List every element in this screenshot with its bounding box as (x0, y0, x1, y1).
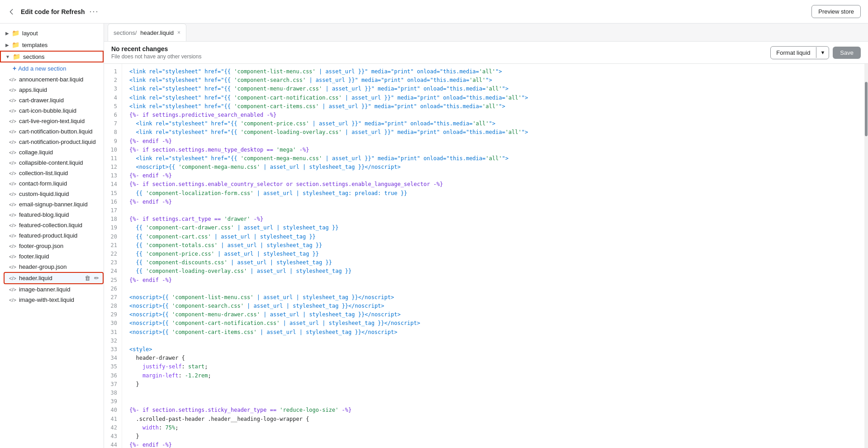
edit-icon[interactable]: ✏ (93, 274, 100, 282)
file-icon: </> (9, 287, 16, 292)
format-liquid-main[interactable]: Format liquid (771, 47, 816, 59)
code-line: {%- endif -%} (129, 198, 857, 206)
code-line: {%- if section.settings.enable_country_s… (129, 180, 857, 189)
scrollbar-track[interactable] (864, 64, 868, 448)
chevron-right-icon: ▶ (5, 43, 9, 48)
folder-icon: 📁 (13, 53, 20, 60)
sidebar-item-header-liquid[interactable]: </> header.liquid 🗑 ✏ (4, 272, 104, 284)
list-item[interactable]: </> announcement-bar.liquid (4, 74, 104, 85)
line-number: 39 (104, 397, 122, 406)
line-number: 20 (104, 233, 122, 241)
file-icon: </> (9, 223, 16, 228)
tab-bar: sections/header.liquid × (104, 24, 868, 42)
line-number: 30 (104, 319, 122, 328)
file-icon: </> (9, 297, 16, 303)
file-icon: </> (9, 264, 16, 270)
format-liquid-dropdown-arrow[interactable]: ▼ (816, 47, 829, 58)
list-item[interactable]: </> image-with-text.liquid (4, 295, 104, 305)
code-line: width: 75%; (129, 424, 857, 432)
list-item[interactable]: </> cart-icon-bubble.liquid (4, 105, 104, 116)
file-icon: </> (9, 98, 16, 103)
file-icon: </> (9, 191, 16, 197)
more-options-button[interactable]: ··· (90, 7, 99, 16)
list-item[interactable]: </> featured-product.liquid (4, 230, 104, 241)
line-numbers: 1234567891011121314151617181920212223242… (104, 64, 122, 448)
save-button[interactable]: Save (833, 47, 861, 59)
code-line: {{ 'component-loading-overlay.css' | ass… (129, 267, 857, 276)
line-number: 16 (104, 198, 122, 206)
file-icon: </> (9, 150, 16, 155)
sidebar-item-templates[interactable]: ▶ 📁 templates (0, 39, 104, 51)
list-item[interactable]: </> collage.liquid (4, 147, 104, 157)
code-line: <noscript>{{ 'component-mega-menu.css' |… (129, 163, 857, 172)
sidebar-group-templates: ▶ 📁 templates (0, 39, 104, 51)
line-number: 37 (104, 380, 122, 389)
code-line: <noscript>{{ 'component-list-menu.css' |… (129, 293, 857, 302)
line-number: 8 (104, 128, 122, 137)
line-number: 3 (104, 85, 122, 93)
list-item[interactable]: </> email-signup-banner.liquid (4, 199, 104, 210)
code-line: <link rel="stylesheet" href="{{ 'compone… (129, 94, 857, 102)
file-icon: </> (9, 160, 16, 166)
line-number: 9 (104, 137, 122, 146)
code-line: {%- if section.settings.sticky_header_ty… (129, 406, 857, 415)
list-item[interactable]: </> featured-collection.liquid (4, 220, 104, 230)
line-number: 35 (104, 362, 122, 371)
line-number: 36 (104, 372, 122, 380)
list-item[interactable]: </> cart-notification-product.liquid (4, 137, 104, 147)
code-line: <link rel="stylesheet" href="{{ 'compone… (129, 76, 857, 85)
line-number: 25 (104, 276, 122, 285)
main-layout: ▶ 📁 layout ▶ 📁 templates ▼ 📁 sections + (0, 24, 868, 448)
format-liquid-button[interactable]: Format liquid ▼ (770, 46, 829, 59)
chevron-right-icon: ▶ (5, 31, 9, 36)
file-icon: </> (9, 276, 16, 281)
sidebar-item-sections[interactable]: ▼ 📁 sections (0, 51, 104, 62)
list-item[interactable]: </> collection-list.liquid (4, 168, 104, 178)
list-item[interactable]: </> apps.liquid (4, 85, 104, 95)
code-line (129, 285, 857, 293)
tab-close-button[interactable]: × (177, 29, 180, 36)
list-item[interactable]: </> featured-blog.liquid (4, 210, 104, 220)
line-number: 22 (104, 250, 122, 258)
line-number: 27 (104, 293, 122, 302)
line-number: 24 (104, 267, 122, 276)
file-icon: </> (9, 171, 16, 176)
sidebar-group-sections: ▼ 📁 sections + Add a new section </> ann… (0, 51, 104, 305)
scrollbar-thumb[interactable] (865, 82, 868, 136)
list-item[interactable]: </> cart-live-region-text.liquid (4, 116, 104, 126)
code-line: <noscript>{{ 'component-search.css' | as… (129, 302, 857, 310)
list-item[interactable]: </> custom-liquid.liquid (4, 189, 104, 199)
folder-icon: 📁 (12, 29, 19, 37)
code-line: justify-self: start; (129, 362, 857, 371)
code-line: <style> (129, 345, 857, 354)
code-line: {%- endif -%} (129, 441, 857, 448)
line-number: 43 (104, 432, 122, 441)
code-line: <link rel="stylesheet" href="{{ 'compone… (129, 119, 857, 128)
file-icon: </> (9, 202, 16, 207)
list-item[interactable]: </> footer-group.json (4, 241, 104, 251)
list-item[interactable]: </> cart-drawer.liquid (4, 95, 104, 105)
delete-icon[interactable]: 🗑 (84, 274, 91, 282)
line-number: 7 (104, 119, 122, 128)
status-bar: No recent changes File does not have any… (104, 42, 868, 64)
list-item[interactable]: </> collapsible-content.liquid (4, 157, 104, 168)
list-item[interactable]: </> contact-form.liquid (4, 178, 104, 189)
line-number: 2 (104, 76, 122, 85)
code-line: {%- endif -%} (129, 137, 857, 146)
code-line (129, 337, 857, 345)
list-item[interactable]: </> image-banner.liquid (4, 284, 104, 295)
tab-header-liquid[interactable]: sections/header.liquid × (108, 24, 186, 41)
code-content[interactable]: <link rel="stylesheet" href="{{ 'compone… (122, 64, 864, 448)
add-new-section-button[interactable]: + Add a new section (4, 62, 104, 74)
code-line: .scrolled-past-header .header__heading-l… (129, 415, 857, 424)
line-number: 15 (104, 189, 122, 198)
sidebar-item-layout[interactable]: ▶ 📁 layout (0, 27, 104, 39)
line-number: 1 (104, 67, 122, 76)
code-editor[interactable]: 1234567891011121314151617181920212223242… (104, 64, 868, 448)
list-item[interactable]: </> cart-notification-button.liquid (4, 126, 104, 137)
topbar: Edit code for Refresh ··· Preview store (0, 0, 868, 24)
preview-store-button[interactable]: Preview store (811, 5, 861, 18)
back-button[interactable] (7, 7, 16, 16)
list-item[interactable]: </> footer.liquid (4, 251, 104, 262)
list-item[interactable]: </> header-group.json (4, 262, 104, 272)
